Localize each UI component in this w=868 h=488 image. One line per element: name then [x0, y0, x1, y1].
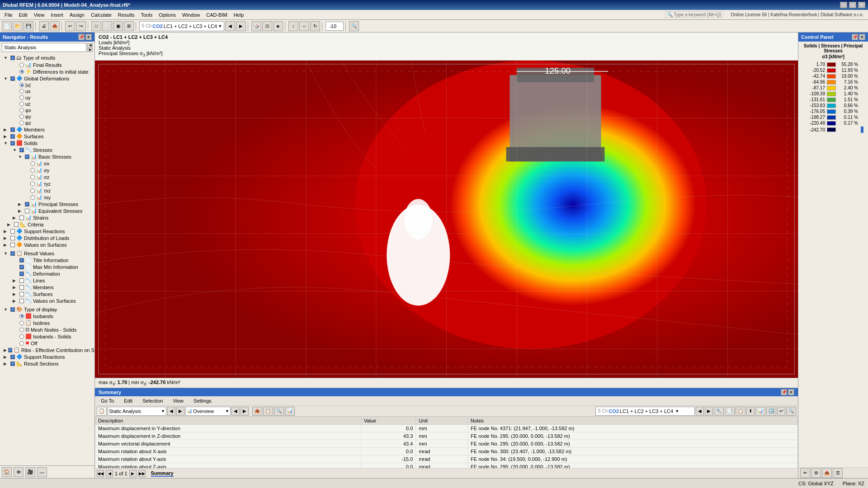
- tree-lines[interactable]: ▶ 📉 Lines: [0, 277, 94, 284]
- lc-combo[interactable]: S Ch CO2 LC1 + LC2 + LC3 + LC4 ▼: [139, 21, 224, 31]
- nav-settings-btn[interactable]: —: [37, 467, 47, 477]
- tree-final-results[interactable]: 📊 Final Results: [0, 61, 94, 68]
- tree-title-info[interactable]: ✓ 📄 Title Information: [0, 257, 94, 263]
- redo-btn[interactable]: ↪: [76, 21, 86, 31]
- nav-eye-btn[interactable]: 👁: [14, 467, 24, 477]
- render-btn[interactable]: 🎲: [251, 21, 261, 31]
- overview-combo[interactable]: 📊 Overview ▼: [185, 407, 231, 416]
- cp-settings-btn[interactable]: ⚙: [811, 468, 821, 478]
- cp-export-btn[interactable]: 📤: [822, 468, 832, 478]
- tree-global-deform[interactable]: ▼ ✓ 🔷 Global Deformations: [0, 75, 94, 82]
- tree-deformation[interactable]: ✓ 📉 Deformation: [0, 270, 94, 277]
- stresses-checkbox[interactable]: ✓: [19, 148, 24, 152]
- ribs-checkbox[interactable]: ✓: [8, 348, 12, 352]
- nav-pin-btn[interactable]: 📌: [78, 34, 85, 40]
- tree-support-reactions2[interactable]: ▶ ✓ 🔷 Support Reactions: [0, 353, 94, 360]
- tree-isolines[interactable]: 📋 Isolines: [0, 319, 94, 326]
- support-checkbox[interactable]: [10, 229, 15, 234]
- surfaces2-checkbox[interactable]: [19, 292, 24, 296]
- analysis-combo[interactable]: Static Analysis ▼: [108, 407, 166, 416]
- col-unit[interactable]: Unit: [416, 417, 468, 425]
- tree-off[interactable]: ✖ Off: [0, 340, 94, 347]
- minimize-button[interactable]: −: [840, 2, 847, 8]
- sum-copy-btn[interactable]: 📋: [263, 407, 273, 416]
- undo-btn[interactable]: ↩: [65, 21, 75, 31]
- view-btn4[interactable]: ⊞: [124, 21, 134, 31]
- table-row[interactable]: Maximum rotation about Z-axis0.0mradFE n…: [95, 463, 798, 469]
- equiv-checkbox[interactable]: [25, 209, 29, 213]
- tree-tau-yz[interactable]: 📊 τyz: [0, 180, 94, 187]
- menu-options[interactable]: Options: [156, 11, 179, 19]
- tab-goto[interactable]: Go To: [97, 397, 118, 404]
- lines-checkbox[interactable]: [19, 278, 24, 283]
- tree-ux[interactable]: ux: [0, 88, 94, 94]
- sum-lc-prev[interactable]: ◀: [696, 407, 704, 416]
- rotate-y-btn[interactable]: ↔: [299, 21, 309, 31]
- phiz-radio[interactable]: [19, 121, 24, 125]
- rotate-x-btn[interactable]: ↕: [288, 21, 298, 31]
- tree-phi-x[interactable]: φx: [0, 107, 94, 113]
- cp-pin-btn[interactable]: 📌: [852, 34, 858, 40]
- table-row[interactable]: Maximum displacement in Y-direction0.0mm…: [95, 425, 798, 432]
- tauxz-radio[interactable]: [30, 188, 35, 193]
- sum-icon8[interactable]: 🔍: [786, 407, 796, 416]
- window-controls[interactable]: − □ ×: [840, 2, 865, 8]
- final-results-radio[interactable]: [19, 63, 24, 67]
- tree-uy[interactable]: uy: [0, 94, 94, 101]
- tree-isobands[interactable]: 🟥 Isobands: [0, 313, 94, 319]
- global-deform-checkbox[interactable]: ✓: [10, 76, 15, 81]
- iso-btn[interactable]: ◈: [273, 21, 283, 31]
- result-sect-checkbox[interactable]: ✓: [10, 361, 15, 366]
- tree-stresses[interactable]: ▼ ✓ 📉 Stresses: [0, 146, 94, 153]
- table-row[interactable]: Maximum rotation about X-axis0.0mradFE n…: [95, 448, 798, 455]
- tree-surfaces2[interactable]: ▶ 📉 Surfaces: [0, 291, 94, 297]
- sum-icon1[interactable]: 🔧: [714, 407, 724, 416]
- tree-sigma-z[interactable]: 📊 σz: [0, 174, 94, 180]
- sum-icon4[interactable]: ⬆: [746, 407, 755, 416]
- type-display-checkbox[interactable]: ✓: [10, 307, 15, 312]
- sum-prev-btn[interactable]: ◀: [167, 407, 175, 416]
- result-values-checkbox[interactable]: ✓: [10, 251, 15, 256]
- tree-distribution[interactable]: ▶ 🔷 Distribution of Loads: [0, 235, 94, 241]
- open-btn[interactable]: 📂: [13, 21, 23, 31]
- tab-view[interactable]: View: [169, 397, 188, 404]
- dist-checkbox[interactable]: [10, 236, 15, 240]
- tree-solids[interactable]: ▼ ✓ 🟥 Solids: [0, 140, 94, 146]
- summary-close-btn[interactable]: ×: [788, 389, 794, 395]
- ux-radio[interactable]: [19, 89, 24, 94]
- uy-radio[interactable]: [19, 95, 24, 100]
- members-checkbox[interactable]: ✓: [10, 127, 15, 132]
- tauxy-radio[interactable]: [30, 195, 35, 200]
- phiy-radio[interactable]: [19, 114, 24, 119]
- nav-combo[interactable]: Static Analysis: [2, 43, 86, 52]
- tree-max-min-info[interactable]: ✓ 📄 Max Min Information: [0, 263, 94, 270]
- principal-checkbox[interactable]: ✓: [25, 202, 29, 206]
- sum-last-btn[interactable]: ▶▶: [138, 470, 146, 477]
- sum-icon2[interactable]: 📑: [725, 407, 735, 416]
- tree-basic-stresses[interactable]: ▼ ✓ 📊 Basic Stresses: [0, 153, 94, 160]
- tree-differences[interactable]: ⚡ Differences to initial state: [0, 68, 94, 75]
- u-radio[interactable]: [19, 83, 24, 87]
- sum-prev-page-btn[interactable]: ◀: [106, 470, 113, 477]
- tree-type-display[interactable]: ▼ ✓ 🎨 Type of display: [0, 306, 94, 313]
- sum-icon6[interactable]: 🔙: [766, 407, 776, 416]
- tree-surfaces[interactable]: ▶ ✓ 🔶 Surfaces: [0, 133, 94, 140]
- tree-values-surfaces2[interactable]: ▶ 📉 Values on Surfaces: [0, 297, 94, 304]
- menu-view[interactable]: View: [31, 11, 47, 19]
- viewport[interactable]: 125.00: [95, 61, 798, 378]
- menu-calculate[interactable]: Calculate: [88, 11, 114, 19]
- new-btn[interactable]: 📄: [2, 21, 12, 31]
- menu-edit[interactable]: Edit: [16, 11, 30, 19]
- tauyz-radio[interactable]: [30, 182, 35, 186]
- cp-edit-btn[interactable]: ✏: [800, 468, 810, 478]
- summary-pin-btn[interactable]: 📌: [781, 389, 787, 395]
- save-btn[interactable]: 💾: [24, 21, 33, 31]
- nav-close-btn[interactable]: ×: [85, 34, 92, 40]
- maximize-button[interactable]: □: [849, 2, 856, 8]
- col-notes[interactable]: Notes: [468, 417, 798, 425]
- tab-selection[interactable]: Selection: [138, 397, 167, 404]
- maxmin-checkbox[interactable]: ✓: [19, 265, 24, 269]
- tree-tau-xz[interactable]: 📊 τxz: [0, 187, 94, 194]
- tree-equiv-stresses[interactable]: ▶ 📊 Equivalent Stresses: [0, 207, 94, 214]
- tree-result-values[interactable]: ▼ ✓ 📋 Result Values: [0, 250, 94, 257]
